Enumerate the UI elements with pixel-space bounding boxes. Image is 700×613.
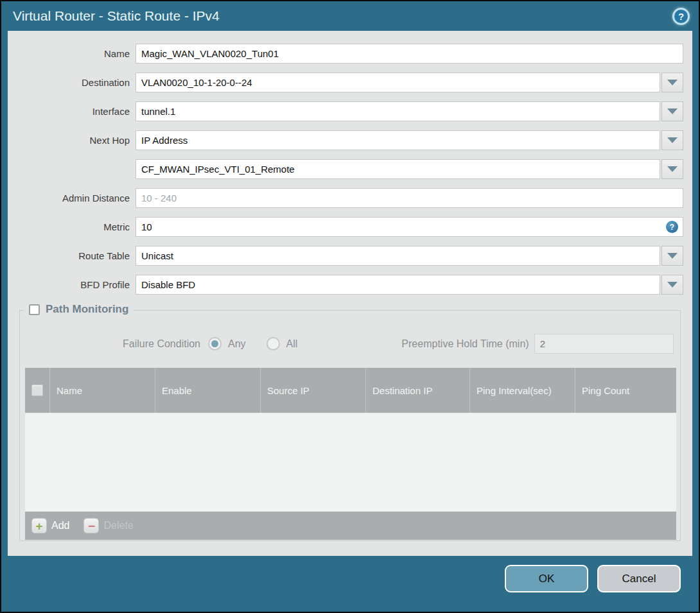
metric-label: Metric	[8, 221, 136, 232]
next-hop-address-input[interactable]	[136, 159, 660, 179]
destination-label: Destination	[8, 77, 136, 88]
failure-condition-row: Failure Condition Any All Preemptive Hol…	[20, 334, 672, 354]
table-body-empty	[25, 413, 676, 512]
radio-any-label: Any	[228, 338, 246, 350]
path-monitoring-legend: Path Monitoring	[24, 303, 134, 316]
radio-selected-icon	[208, 337, 222, 350]
table-header-row: Name Enable Source IP Destination IP Pin…	[25, 368, 676, 413]
column-header-name[interactable]: Name	[49, 368, 155, 413]
dialog-footer: OK Cancel	[1, 556, 699, 612]
help-icon[interactable]: ?	[672, 8, 690, 25]
failure-condition-all-radio[interactable]: All	[267, 337, 298, 350]
preemptive-hold-time-input[interactable]	[534, 334, 674, 354]
interface-dropdown-button[interactable]	[661, 101, 683, 121]
admin-distance-input[interactable]	[136, 188, 683, 208]
next-hop-type-input[interactable]	[136, 130, 660, 150]
route-table-input[interactable]	[136, 246, 660, 266]
cancel-button[interactable]: Cancel	[597, 565, 681, 592]
bfd-profile-label: BFD Profile	[8, 279, 136, 290]
metric-input[interactable]	[136, 217, 683, 237]
select-all-checkbox[interactable]	[31, 384, 43, 396]
chevron-down-icon	[667, 137, 678, 143]
delete-button-label: Delete	[103, 520, 133, 531]
add-button-label: Add	[51, 520, 69, 531]
route-table-row: Route Table	[8, 246, 683, 266]
header-select-all-cell	[25, 368, 49, 413]
column-header-destination-ip[interactable]: Destination IP	[365, 368, 469, 413]
path-monitoring-group: Path Monitoring Failure Condition Any Al…	[19, 310, 681, 541]
chevron-down-icon	[667, 80, 678, 85]
admin-distance-label: Admin Distance	[8, 193, 136, 203]
path-monitoring-checkbox[interactable]	[29, 304, 40, 315]
column-header-source-ip[interactable]: Source IP	[260, 368, 365, 413]
metric-row: Metric ?	[8, 217, 683, 237]
name-row: Name	[8, 44, 683, 64]
chevron-down-icon	[667, 108, 678, 114]
dialog-body: Name Destination Interface	[8, 31, 692, 556]
add-icon: +	[31, 518, 47, 533]
preemptive-hold-time-label: Preemptive Hold Time (min)	[401, 338, 534, 350]
route-table-label: Route Table	[8, 250, 136, 261]
column-header-ping-interval[interactable]: Ping Interval(sec)	[469, 368, 575, 413]
next-hop-row: Next Hop	[8, 130, 683, 150]
column-header-enable[interactable]: Enable	[155, 368, 260, 413]
help-glyph: ?	[678, 11, 684, 22]
chevron-down-icon	[667, 253, 678, 259]
chevron-down-icon	[667, 282, 678, 288]
static-route-dialog: Virtual Router - Static Route - IPv4 ? N…	[0, 0, 700, 613]
interface-row: Interface	[8, 101, 683, 121]
name-label: Name	[8, 48, 136, 59]
dialog-titlebar: Virtual Router - Static Route - IPv4 ?	[1, 1, 699, 31]
next-hop-address-row	[8, 159, 683, 179]
radio-unselected-icon	[267, 337, 280, 350]
dialog-title: Virtual Router - Static Route - IPv4	[13, 8, 220, 24]
next-hop-type-dropdown-button[interactable]	[661, 130, 683, 150]
add-button[interactable]: + Add	[31, 518, 69, 533]
destination-row: Destination	[8, 73, 683, 92]
interface-label: Interface	[8, 106, 136, 117]
ok-button[interactable]: OK	[505, 565, 588, 592]
route-table-dropdown-button[interactable]	[661, 246, 683, 266]
help-glyph: ?	[670, 223, 674, 232]
radio-all-label: All	[286, 338, 298, 350]
bfd-profile-input[interactable]	[136, 275, 660, 295]
next-hop-label: Next Hop	[8, 135, 136, 146]
destination-input[interactable]	[136, 73, 660, 92]
path-monitoring-table: Name Enable Source IP Destination IP Pin…	[25, 368, 676, 540]
table-toolbar: + Add − Delete	[25, 512, 676, 540]
failure-condition-label: Failure Condition	[20, 338, 208, 350]
delete-button[interactable]: − Delete	[83, 518, 133, 533]
metric-help-icon[interactable]: ?	[666, 221, 678, 233]
next-hop-address-dropdown-button[interactable]	[661, 159, 683, 179]
name-input[interactable]	[136, 44, 683, 64]
path-monitoring-title: Path Monitoring	[46, 303, 128, 316]
delete-icon: −	[83, 518, 99, 533]
bfd-profile-row: BFD Profile	[8, 275, 683, 295]
column-header-ping-count[interactable]: Ping Count	[575, 368, 676, 413]
interface-input[interactable]	[136, 101, 660, 121]
chevron-down-icon	[667, 166, 678, 172]
bfd-profile-dropdown-button[interactable]	[661, 275, 683, 295]
destination-dropdown-button[interactable]	[661, 73, 683, 92]
failure-condition-any-radio[interactable]: Any	[208, 337, 246, 350]
admin-distance-row: Admin Distance	[8, 188, 683, 208]
